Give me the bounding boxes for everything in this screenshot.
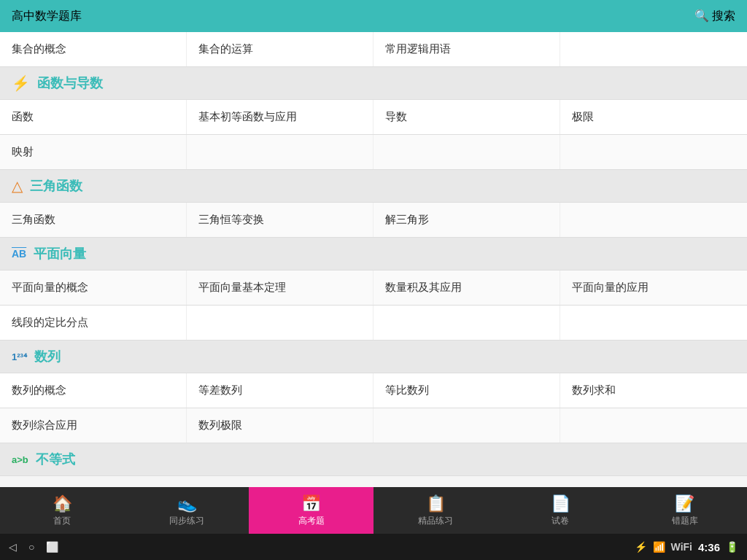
- system-bar-left: ◁ ○ ⬜: [9, 541, 58, 553]
- topbar: 高中数学题库 🔍 搜索: [0, 0, 747, 32]
- topic-item: [560, 32, 747, 66]
- vectors-icon: AB: [12, 248, 26, 260]
- section-functions[interactable]: ⚡ 函数与导数: [0, 67, 747, 100]
- nav-papers[interactable]: 📄 试卷: [498, 487, 623, 534]
- usb-icon: ⚡: [635, 541, 647, 553]
- topic-item[interactable]: 导数: [374, 100, 560, 134]
- topic-item[interactable]: 数列的概念: [0, 373, 187, 408]
- topic-item: [560, 135, 747, 169]
- topic-item: [560, 306, 747, 340]
- section-vectors[interactable]: AB 平面向量: [0, 238, 747, 271]
- nav-sync-label: 同步练习: [169, 515, 204, 527]
- topic-item: [374, 135, 560, 169]
- topic-item[interactable]: 基本初等函数与应用: [187, 100, 374, 134]
- system-bar: ◁ ○ ⬜ ⚡ 📶 WiFi 4:36 🔋: [0, 534, 747, 560]
- main-content: 集合的概念 集合的运算 常用逻辑用语 ⚡ 函数与导数 函数 基本初等函数与应用 …: [0, 32, 747, 487]
- mistakes-icon: 📝: [675, 494, 694, 513]
- sequences-icon: 1²³⁴: [12, 351, 27, 362]
- clock: 4:36: [698, 541, 720, 553]
- wifi-icon: WiFi: [671, 541, 692, 553]
- table-row: 线段的定比分点: [0, 306, 747, 341]
- recent-button[interactable]: ⬜: [46, 541, 58, 553]
- app-title: 高中数学题库: [12, 9, 82, 24]
- topic-item[interactable]: 函数: [0, 100, 187, 134]
- functions-icon: ⚡: [12, 74, 30, 92]
- nav-gaokao[interactable]: 📅 高考题: [249, 487, 374, 534]
- topic-item[interactable]: 三角恒等变换: [187, 203, 374, 237]
- sync-icon: 👟: [177, 494, 197, 513]
- trigonometry-icon: △: [12, 177, 23, 195]
- home-icon: 🏠: [53, 494, 72, 513]
- topic-item[interactable]: 常用逻辑用语: [374, 32, 560, 66]
- nav-premium[interactable]: 📋 精品练习: [374, 487, 498, 534]
- nav-mistakes-label: 错题库: [672, 515, 698, 527]
- topic-item[interactable]: 解三角形: [374, 203, 560, 237]
- search-button[interactable]: 🔍 搜索: [694, 9, 735, 24]
- navbar: 🏠 首页 👟 同步练习 📅 高考题 📋 精品练习 📄 试卷 📝 错题库: [0, 487, 747, 534]
- topic-item: [374, 306, 560, 340]
- section-title: 函数与导数: [37, 74, 103, 92]
- table-row: 平面向量的概念 平面向量基本定理 数量积及其应用 平面向量的应用: [0, 271, 747, 306]
- topic-item[interactable]: 数列求和: [560, 373, 747, 408]
- topic-item[interactable]: 等比数列: [374, 373, 560, 408]
- nav-mistakes[interactable]: 📝 错题库: [622, 487, 747, 534]
- search-icon: 🔍: [694, 9, 709, 22]
- home-button[interactable]: ○: [28, 541, 34, 553]
- nav-papers-label: 试卷: [551, 515, 569, 527]
- topic-item[interactable]: 集合的运算: [187, 32, 374, 66]
- topic-item: [560, 203, 747, 237]
- nav-home[interactable]: 🏠 首页: [0, 487, 125, 534]
- section-title: 不等式: [36, 451, 75, 468]
- topic-item[interactable]: 线段的定比分点: [0, 306, 187, 340]
- topic-item[interactable]: 平面向量的概念: [0, 271, 187, 305]
- topic-item[interactable]: 等差数列: [187, 373, 374, 408]
- battery-icon: 🔋: [726, 541, 738, 553]
- papers-icon: 📄: [551, 494, 570, 513]
- section-sequences[interactable]: 1²³⁴ 数列: [0, 341, 747, 373]
- section-title: 三角函数: [30, 177, 82, 195]
- search-label: 搜索: [712, 9, 735, 22]
- table-row: 函数 基本初等函数与应用 导数 极限: [0, 100, 747, 135]
- table-row: 集合的概念 集合的运算 常用逻辑用语: [0, 32, 747, 67]
- section-title: 平面向量: [34, 245, 86, 262]
- section-trigonometry[interactable]: △ 三角函数: [0, 170, 747, 203]
- nav-gaokao-label: 高考题: [298, 515, 325, 527]
- topic-item: [374, 408, 560, 443]
- section-inequalities[interactable]: a>b 不等式: [0, 443, 747, 476]
- topic-item[interactable]: 集合的概念: [0, 32, 187, 66]
- topic-item: [560, 408, 747, 443]
- topic-item[interactable]: 三角函数: [0, 203, 187, 237]
- topic-item[interactable]: 数列综合应用: [0, 408, 187, 443]
- table-row: 数列综合应用 数列极限: [0, 408, 747, 443]
- signal-icon: 📶: [653, 541, 665, 553]
- topic-item[interactable]: 极限: [560, 100, 747, 134]
- section-title: 数列: [34, 348, 61, 365]
- table-row: 数列的概念 等差数列 等比数列 数列求和: [0, 373, 747, 408]
- topic-item[interactable]: 平面向量基本定理: [187, 271, 374, 305]
- inequalities-icon: a>b: [12, 454, 28, 465]
- nav-sync[interactable]: 👟 同步练习: [125, 487, 249, 534]
- topic-item: [187, 306, 374, 340]
- topic-item: [187, 135, 374, 169]
- nav-home-label: 首页: [53, 515, 71, 527]
- premium-icon: 📋: [426, 494, 446, 513]
- back-button[interactable]: ◁: [9, 541, 17, 553]
- topic-item[interactable]: 数量积及其应用: [374, 271, 560, 305]
- nav-premium-label: 精品练习: [418, 515, 453, 527]
- gaokao-icon: 📅: [301, 494, 321, 513]
- topic-item[interactable]: 映射: [0, 135, 187, 169]
- table-row: 映射: [0, 135, 747, 170]
- table-row: 三角函数 三角恒等变换 解三角形: [0, 203, 747, 238]
- topic-item[interactable]: 数列极限: [187, 408, 374, 443]
- topic-item[interactable]: 平面向量的应用: [560, 271, 747, 305]
- system-bar-right: ⚡ 📶 WiFi 4:36 🔋: [635, 541, 738, 553]
